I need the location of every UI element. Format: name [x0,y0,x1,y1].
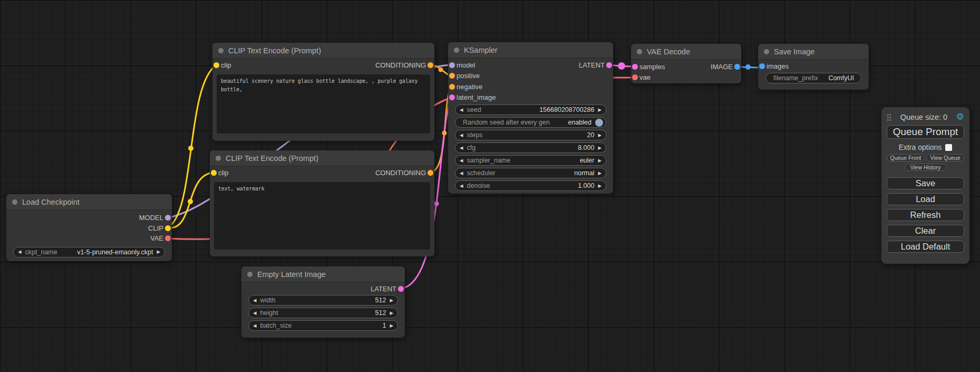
node-title-bar[interactable]: Empty Latent Image [241,266,405,282]
widget-value: ComfyUI [828,74,854,82]
output-label-clip: CLIP [148,224,163,232]
increment-arrow-icon[interactable]: ▶ [598,184,601,188]
link-midpoint-dot [188,199,193,204]
view-history-button[interactable]: View History [905,164,947,171]
increment-arrow-icon[interactable]: ▶ [598,146,601,150]
decrement-arrow-icon[interactable]: ◀ [253,298,257,303]
input-label-vae: vae [639,73,651,81]
output-label-model: MODEL [139,214,163,222]
graph-canvas[interactable]: Load Checkpoint MODEL CLIP VAE ◀ ckpt_na… [0,0,980,372]
conditioning-output-port[interactable] [428,170,433,176]
width-widget[interactable]: ◀ width 512 ▶ [248,295,398,306]
vae-output-port[interactable] [165,235,171,241]
clip-input-port[interactable] [214,62,219,68]
node-clip-text-encode-negative[interactable]: CLIP Text Encode (Prompt) clip CONDITION… [210,150,434,256]
latent-image-input-port[interactable] [449,94,455,100]
prompt-text-field[interactable]: beautiful scenery nature glass bottle la… [217,74,430,133]
link-midpoint-dot [745,64,751,70]
node-empty-latent-image[interactable]: Empty Latent Image LATENT ◀ width 512 ▶ … [241,266,405,338]
widget-value: normal [574,169,594,177]
widget-value: 1.000 [578,182,594,189]
output-label-image: IMAGE [711,63,733,71]
node-title: Save Image [774,47,814,56]
prompt-text-field[interactable]: text, watermark [214,182,430,250]
model-output-port[interactable] [165,215,171,221]
widget-label: ckpt_name [25,249,57,256]
node-title: CLIP Text Encode (Prompt) [228,46,321,55]
increment-arrow-icon[interactable]: ▶ [598,158,601,163]
increment-arrow-icon[interactable]: ▶ [390,323,393,328]
denoise-widget[interactable]: ◀ denoise 1.000 ▶ [455,180,606,191]
increment-arrow-icon[interactable]: ▶ [157,250,160,254]
clip-output-port[interactable] [165,225,171,231]
decrement-arrow-icon[interactable]: ◀ [460,133,463,138]
latent-output-port[interactable] [398,286,404,292]
view-queue-button[interactable]: View Queue [926,154,964,161]
decrement-arrow-icon[interactable]: ◀ [460,171,463,176]
load-default-button[interactable]: Load Default [887,241,964,253]
node-clip-text-encode-positive[interactable]: CLIP Text Encode (Prompt) clip CONDITION… [212,43,434,141]
seed-widget[interactable]: ◀ seed 156680208700286 ▶ [455,104,606,115]
decrement-arrow-icon[interactable]: ◀ [460,184,463,188]
node-title-bar[interactable]: CLIP Text Encode (Prompt) [212,43,434,59]
increment-arrow-icon[interactable]: ▶ [390,311,393,316]
queue-front-button[interactable]: Queue Front [887,154,925,161]
toggle-dot-icon[interactable] [595,119,603,127]
input-label-negative: negative [457,83,482,91]
drag-handle-icon[interactable] [887,113,891,121]
batch-size-widget[interactable]: ◀ batch_size 1 ▶ [248,320,398,331]
node-title-bar[interactable]: KSampler [448,42,613,58]
output-label-vae: VAE [150,234,163,242]
queue-size-label: Queue size: 0 [900,113,947,121]
node-vae-decode[interactable]: VAE Decode samples IMAGE vae [631,44,741,83]
decrement-arrow-icon[interactable]: ◀ [253,311,257,316]
height-widget[interactable]: ◀ height 512 ▶ [248,308,398,318]
node-title-bar[interactable]: Load Checkpoint [6,194,172,210]
clear-button[interactable]: Clear [887,225,964,237]
node-save-image[interactable]: Save Image images filename_prefix ComfyU… [758,44,869,90]
increment-arrow-icon[interactable]: ▶ [598,133,601,138]
node-title-bar[interactable]: Save Image [758,44,869,60]
widget-value: 1 [383,322,386,329]
increment-arrow-icon[interactable]: ▶ [598,171,601,176]
refresh-button[interactable]: Refresh [887,209,964,221]
samples-input-port[interactable] [632,64,638,70]
cfg-widget[interactable]: ◀ cfg 8.000 ▶ [455,142,606,153]
sampler-name-widget[interactable]: ◀ sampler_name euler ▶ [455,155,606,166]
node-title-bar[interactable]: CLIP Text Encode (Prompt) [210,150,434,166]
ckpt-name-widget[interactable]: ◀ ckpt_name v1-5-pruned-emaonly.ckpt ▶ [13,247,165,257]
node-load-checkpoint[interactable]: Load Checkpoint MODEL CLIP VAE ◀ ckpt_na… [6,194,172,261]
negative-input-port[interactable] [449,84,455,90]
steps-widget[interactable]: ◀ steps 20 ▶ [455,130,606,140]
extra-options-checkbox[interactable] [945,144,952,151]
queue-panel: Queue size: 0 ⚙ Queue Prompt Extra optio… [881,107,969,264]
widget-label: cfg [467,144,476,151]
images-input-port[interactable] [759,63,765,69]
gear-icon[interactable]: ⚙ [956,112,964,121]
filename-prefix-widget[interactable]: filename_prefix ComfyUI [765,73,861,83]
node-title-bar[interactable]: VAE Decode [631,44,741,60]
scheduler-widget[interactable]: ◀ scheduler normal ▶ [455,168,606,178]
image-output-port[interactable] [734,64,740,70]
vae-input-port[interactable] [632,74,638,80]
input-label-latent-image: latent_image [457,93,496,101]
clip-input-port[interactable] [211,170,217,176]
decrement-arrow-icon[interactable]: ◀ [460,146,463,150]
decrement-arrow-icon[interactable]: ◀ [460,158,463,163]
positive-input-port[interactable] [449,73,455,79]
conditioning-output-port[interactable] [428,62,433,68]
increment-arrow-icon[interactable]: ▶ [598,108,601,112]
output-label-latent: LATENT [579,61,605,69]
save-button[interactable]: Save [887,177,964,189]
decrement-arrow-icon[interactable]: ◀ [18,250,22,254]
random-seed-toggle-widget[interactable]: Random seed after every gen enabled [455,117,606,128]
increment-arrow-icon[interactable]: ▶ [390,298,393,303]
input-label-clip: clip [221,61,231,69]
latent-output-port[interactable] [606,62,612,68]
queue-prompt-button[interactable]: Queue Prompt [887,125,964,139]
model-input-port[interactable] [449,62,455,68]
decrement-arrow-icon[interactable]: ◀ [460,108,463,112]
node-ksampler[interactable]: KSampler model LATENT positive negative … [448,42,613,194]
decrement-arrow-icon[interactable]: ◀ [253,323,257,328]
load-button[interactable]: Load [887,193,964,205]
